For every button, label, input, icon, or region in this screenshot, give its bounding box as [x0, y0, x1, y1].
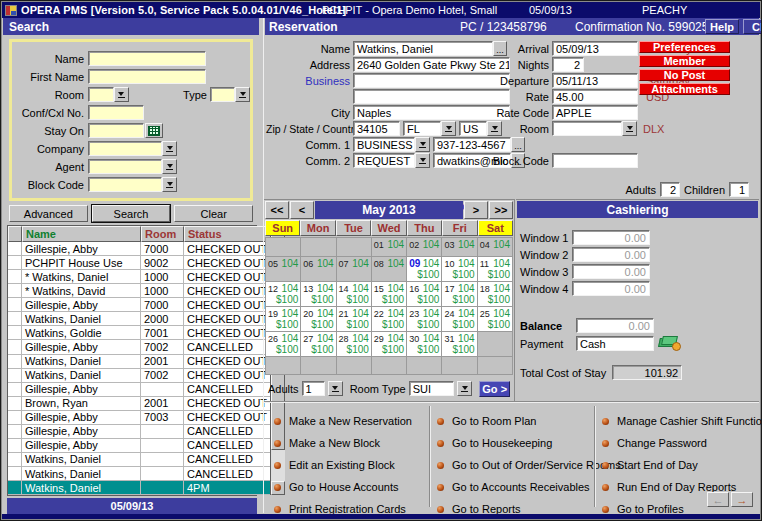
calendar-cell-27[interactable]: 27104$100	[301, 332, 336, 357]
menu-item-manage-cashier-shift-functions[interactable]: Manage Cashier Shift Functions	[602, 410, 760, 432]
table-row[interactable]: Gillespie, AbbyCANCELLED	[8, 425, 270, 439]
calendar-cell-12[interactable]: 12104$100	[266, 282, 301, 307]
go-button[interactable]: Go >	[479, 381, 510, 397]
search-name-input[interactable]	[88, 51, 206, 66]
table-row[interactable]: Brown, Ryan2001CHECKED OUT	[8, 397, 270, 411]
calendar-cell-31[interactable]: 31104$100	[442, 332, 477, 357]
table-row[interactable]: Gillespie, AbbyCANCELLED	[8, 383, 270, 397]
close-button[interactable]: Close	[743, 19, 762, 34]
table-row[interactable]: * Watkins, David1000CHECKED OUT	[8, 284, 270, 298]
departure-field[interactable]: 05/11/13	[552, 73, 638, 88]
res-zip-field[interactable]: 34105	[353, 121, 400, 136]
calendar-cell-17[interactable]: 17104$100	[442, 282, 477, 307]
calendar-cell-24[interactable]: 24104$100	[442, 307, 477, 332]
res-business-field[interactable]	[353, 73, 510, 88]
calendar-icon[interactable]	[145, 123, 163, 138]
cal-adults-dropdown-icon[interactable]	[328, 381, 343, 396]
nights-field[interactable]: 2	[552, 57, 584, 72]
calendar-cell-11[interactable]: 11104$100	[478, 257, 513, 282]
business-link[interactable]: Business	[266, 75, 350, 87]
calendar-cell-06[interactable]: 06104	[301, 257, 336, 282]
menu-item-go-to-out-of-order-service-rooms[interactable]: Go to Out of Order/Service Rooms	[437, 454, 592, 476]
table-row[interactable]: Gillespie, Abby7003CHECKED OUT	[8, 411, 270, 425]
res-state-field[interactable]: FL	[403, 121, 441, 136]
col-room[interactable]: Room	[141, 226, 184, 242]
next-month-button[interactable]: >	[464, 201, 488, 219]
calendar-cell-10[interactable]: 10104$100	[442, 257, 477, 282]
cal-adults-field[interactable]: 1	[302, 381, 325, 396]
calendar-cell-05[interactable]: 05104	[266, 257, 301, 282]
comm1-value-field[interactable]: 937-123-4567	[433, 137, 511, 152]
payment-field[interactable]: Cash	[576, 336, 654, 351]
menu-item-make-a-new-block[interactable]: Make a New Block	[274, 432, 426, 454]
search-block-code-input[interactable]	[88, 177, 162, 192]
calendar-cell-14[interactable]: 14104$100	[337, 282, 372, 307]
search-stay-on-input[interactable]	[88, 123, 144, 138]
comm1-type-field[interactable]: BUSINESS	[353, 137, 415, 152]
calendar-cell-20[interactable]: 20104$100	[301, 307, 336, 332]
room-field[interactable]	[552, 121, 622, 136]
calendar-cell-21[interactable]: 21104$100	[337, 307, 372, 332]
page-forward-button[interactable]: →	[731, 492, 753, 507]
prev-year-button[interactable]: <<	[265, 201, 289, 219]
calendar-cell-26[interactable]: 26104$100	[266, 332, 301, 357]
menu-item-change-password[interactable]: Change Password	[602, 432, 760, 454]
search-company-input[interactable]	[88, 141, 162, 156]
room-dropdown-icon[interactable]	[114, 87, 129, 102]
res-block-code-field[interactable]	[552, 153, 638, 168]
cal-room-type-field[interactable]: SUI	[409, 381, 455, 396]
menu-item-start-end-of-day[interactable]: Start End of Day	[602, 454, 760, 476]
calendar-cell-18[interactable]: 18104$100	[478, 282, 513, 307]
calendar-cell-01[interactable]: 01104	[372, 238, 407, 257]
calendar-cell-19[interactable]: 19104$100	[266, 307, 301, 332]
comm2-type-field[interactable]: REQUEST	[353, 153, 415, 168]
calendar-cell-23[interactable]: 23104$100	[407, 307, 442, 332]
calendar-cell-03[interactable]: 03104	[442, 238, 477, 257]
calendar-cell-22[interactable]: 22104$100	[372, 307, 407, 332]
table-row[interactable]: Watkins, Daniel2000CHECKED OUT	[8, 312, 270, 326]
next-year-button[interactable]: >>	[489, 201, 513, 219]
state-dropdown-icon[interactable]	[441, 121, 456, 136]
arrival-field[interactable]: 05/09/13	[552, 41, 638, 56]
preferences-button[interactable]: Preferences	[639, 41, 730, 53]
children-field[interactable]: 1	[729, 182, 749, 197]
res-address-field[interactable]: 2640 Golden Gate Pkwy Ste 211	[353, 57, 510, 72]
search-type-input[interactable]	[210, 87, 235, 102]
menu-item-go-to-house-accounts[interactable]: Go to House Accounts	[274, 476, 426, 498]
search-first-name-input[interactable]	[88, 69, 206, 84]
calendar-cell-15[interactable]: 15104$100	[372, 282, 407, 307]
col-name[interactable]: Name	[22, 226, 141, 242]
page-back-button[interactable]: ←	[707, 492, 729, 507]
menu-item-go-to-room-plan[interactable]: Go to Room Plan	[437, 410, 592, 432]
table-row[interactable]: Watkins, Daniel7002CHECKED OUT	[8, 369, 270, 383]
table-row[interactable]: Gillespie, AbbyCANCELLED	[8, 439, 270, 453]
type-dropdown-icon[interactable]	[235, 87, 250, 102]
menu-item-go-to-housekeeping[interactable]: Go to Housekeeping	[437, 432, 592, 454]
cal-room-type-dropdown-icon[interactable]	[457, 381, 472, 396]
agent-dropdown-icon[interactable]	[162, 159, 177, 174]
calendar-cell-08[interactable]: 08104	[372, 257, 407, 282]
calendar-cell-04[interactable]: 04104	[478, 238, 513, 257]
res-name-field[interactable]: Watkins, Daniel	[353, 41, 493, 56]
calendar-cell-09[interactable]: 09104$100	[407, 257, 442, 282]
prev-month-button[interactable]: <	[290, 201, 314, 219]
table-row[interactable]: Watkins, Daniel2001CHECKED OUT	[8, 355, 270, 369]
calendar-cell-13[interactable]: 13104$100	[301, 282, 336, 307]
clear-button[interactable]: Clear	[174, 205, 253, 222]
table-row[interactable]: * Watkins, Daniel1000CHECKED OUT	[8, 270, 270, 284]
company-dropdown-icon[interactable]	[162, 141, 177, 156]
calendar-cell-29[interactable]: 29104$100	[372, 332, 407, 357]
col-status[interactable]: Status	[184, 226, 270, 242]
advanced-button[interactable]: Advanced	[9, 205, 88, 222]
adults-field[interactable]: 2	[660, 182, 680, 197]
search-agent-input[interactable]	[88, 159, 162, 174]
menu-item-edit-an-existing-block[interactable]: Edit an Existing Block	[274, 454, 426, 476]
search-button[interactable]: Search	[92, 205, 171, 222]
table-row[interactable]: Watkins, DanielCANCELLED	[8, 467, 270, 481]
calendar-cell-02[interactable]: 02104	[407, 238, 442, 257]
res-city-field[interactable]: Naples	[353, 105, 510, 120]
menu-item-go-to-accounts-receivables[interactable]: Go to Accounts Receivables	[437, 476, 592, 498]
room-field-dropdown-icon[interactable]	[622, 121, 637, 136]
comm1-ellipsis-button[interactable]: ...	[511, 137, 525, 152]
comm1-dropdown-icon[interactable]	[415, 137, 430, 152]
